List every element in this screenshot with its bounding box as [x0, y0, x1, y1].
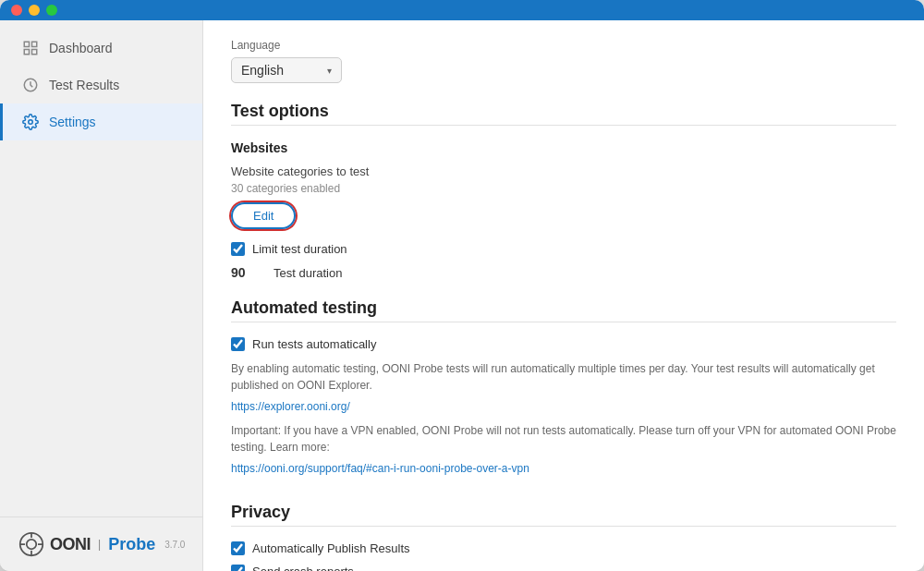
maximize-button[interactable]: [46, 5, 57, 16]
duration-row: 90 Test duration: [231, 265, 896, 280]
grid-icon: [21, 39, 40, 57]
version-number: 3.7.0: [164, 540, 185, 550]
limit-test-checkbox[interactable]: [231, 242, 245, 256]
chevron-down-icon: ▾: [327, 66, 332, 76]
language-section: Language English ▾: [231, 39, 896, 83]
test-options-section: Test options Websites Website categories…: [231, 102, 896, 280]
categories-label: Website categories to test: [231, 164, 896, 178]
sidebar: Dashboard Test Results: [0, 20, 203, 571]
language-label: Language: [231, 39, 896, 52]
crash-reports-checkbox[interactable]: [231, 565, 245, 571]
publish-results-checkbox[interactable]: [231, 541, 245, 555]
run-auto-label: Run tests automatically: [252, 337, 376, 351]
publish-results-label: Automatically Publish Results: [252, 541, 410, 555]
automated-testing-section: Automated testing Run tests automaticall…: [231, 298, 896, 484]
crash-reports-row: Send crash reports: [231, 565, 896, 571]
divider3: [231, 526, 896, 527]
svg-rect-2: [24, 50, 29, 55]
test-options-title: Test options: [231, 102, 896, 121]
sidebar-item-label: Settings: [49, 115, 96, 129]
gear-icon: [21, 113, 40, 131]
close-button[interactable]: [11, 5, 22, 16]
duration-value: 90: [231, 265, 259, 280]
vpn-link[interactable]: https://ooni.org/support/faq/#can-i-run-…: [231, 462, 529, 475]
language-value: English: [241, 63, 320, 78]
ooni-logo-icon: [18, 531, 44, 557]
privacy-section: Privacy Automatically Publish Results Se…: [231, 503, 896, 571]
explorer-link[interactable]: https://explorer.ooni.org/: [231, 400, 350, 413]
divider: [231, 125, 896, 126]
sidebar-item-dashboard[interactable]: Dashboard: [0, 30, 202, 67]
app-window: Dashboard Test Results: [0, 0, 924, 571]
ooni-brand-text: OONI: [50, 535, 91, 554]
divider2: [231, 322, 896, 322]
edit-button-highlight: Edit: [231, 202, 296, 229]
sidebar-item-label: Dashboard: [49, 41, 113, 55]
clock-icon: [21, 76, 40, 94]
privacy-title: Privacy: [231, 503, 896, 522]
auto-info-text: By enabling automatic testing, OONI Prob…: [231, 360, 896, 394]
websites-subtitle: Websites: [231, 140, 896, 155]
duration-label: Test duration: [274, 266, 342, 280]
svg-point-5: [29, 120, 33, 125]
categories-count: 30 categories enabled: [231, 182, 896, 195]
language-select[interactable]: English ▾: [231, 57, 342, 83]
limit-test-label: Limit test duration: [252, 242, 347, 256]
svg-point-7: [27, 540, 37, 550]
run-auto-row: Run tests automatically: [231, 337, 896, 351]
vpn-info-text: Important: If you have a VPN enabled, OO…: [231, 422, 896, 456]
titlebar: [0, 0, 924, 20]
publish-results-row: Automatically Publish Results: [231, 541, 896, 555]
app-body: Dashboard Test Results: [0, 20, 924, 571]
separator: |: [98, 538, 101, 551]
sidebar-item-settings[interactable]: Settings: [0, 103, 202, 140]
svg-rect-3: [32, 50, 37, 55]
crash-reports-label: Send crash reports: [252, 565, 354, 571]
main-content: Language English ▾ Test options Websites…: [203, 20, 924, 571]
sidebar-nav: Dashboard Test Results: [0, 20, 202, 516]
svg-rect-1: [32, 42, 37, 46]
automated-title: Automated testing: [231, 298, 896, 318]
probe-brand-text: Probe: [108, 535, 155, 554]
sidebar-footer: OONI | Probe 3.7.0: [0, 516, 202, 571]
sidebar-item-test-results[interactable]: Test Results: [0, 67, 202, 103]
limit-test-row: Limit test duration: [231, 242, 896, 256]
ooni-logo: OONI | Probe: [18, 531, 155, 557]
edit-button[interactable]: Edit: [231, 202, 296, 229]
run-auto-checkbox[interactable]: [231, 337, 245, 351]
svg-rect-0: [24, 42, 29, 46]
minimize-button[interactable]: [29, 5, 40, 16]
sidebar-item-label: Test Results: [49, 78, 119, 92]
